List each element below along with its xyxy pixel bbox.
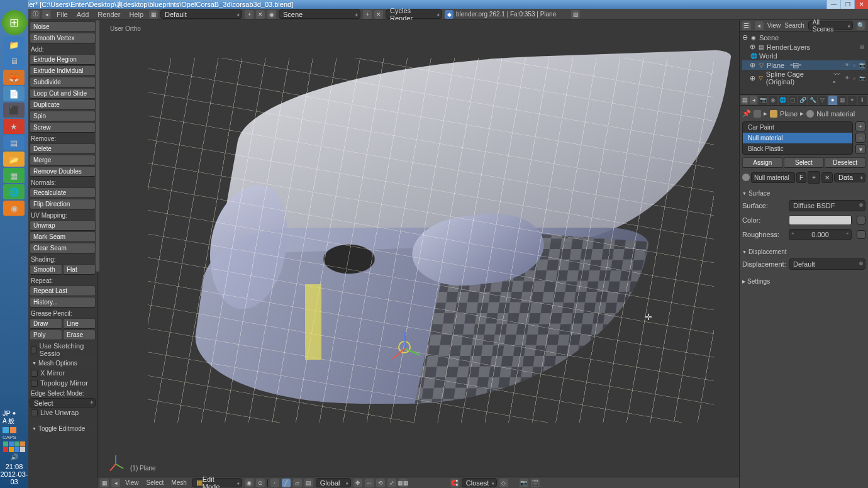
orientation-dropdown[interactable]: Global (316, 478, 351, 487)
tool-shade-smooth[interactable]: Smooth (30, 264, 62, 275)
vp-menu-select[interactable]: Select (144, 479, 167, 486)
limit-selection-icon[interactable]: ▤ (304, 479, 313, 487)
material-remove-button[interactable]: − (855, 133, 865, 143)
roughness-node-button[interactable] (857, 230, 865, 239)
live-unwrap-checkbox[interactable] (31, 409, 38, 416)
shading-mode-icon[interactable]: ◉ (245, 479, 253, 487)
tool-recalculate[interactable]: Recalculate (30, 187, 96, 198)
ime-status[interactable]: JP● (0, 409, 28, 417)
editor-type-icon[interactable]: ▦ (100, 479, 109, 487)
tool-loop-cut[interactable]: Loop Cut and Slide (30, 88, 96, 99)
tool-duplicate[interactable]: Duplicate (30, 99, 96, 110)
tool-mark-seam[interactable]: Mark Seam (30, 231, 96, 242)
layers-icon[interactable]: ▦▦ (399, 479, 408, 487)
edge-select-icon[interactable]: ╱ (282, 479, 291, 487)
tool-spin[interactable]: Spin (30, 111, 96, 121)
material-new-button[interactable]: ＋ (808, 171, 820, 184)
toolshelf-scrollbar[interactable] (96, 20, 99, 272)
material-specials-button[interactable]: ▾ (855, 144, 865, 154)
visibility-toggle-icon[interactable]: 👁 (843, 62, 850, 69)
outliner-collapse-icon[interactable]: ◂ (755, 21, 764, 30)
close-button[interactable]: ✕ (854, 0, 868, 9)
tool-noise[interactable]: Noise (30, 21, 96, 32)
taskbar-app-icon[interactable]: 📄 (3, 86, 25, 101)
scene-delete-icon[interactable]: ✕ (374, 10, 383, 19)
vertex-select-icon[interactable]: ⬝ (270, 479, 279, 487)
tab-render[interactable]: 📷 (759, 96, 767, 105)
minimize-button[interactable]: — (826, 0, 840, 9)
material-slot[interactable]: Null material (743, 133, 852, 143)
gp-poly[interactable]: Poly (30, 330, 62, 340)
panel-surface[interactable]: Surface (742, 189, 865, 198)
hdr-collapse-icon[interactable]: ◂ (111, 479, 120, 487)
menu-render[interactable]: Render (94, 11, 123, 18)
taskbar-app-icon[interactable]: 🖥 (3, 53, 25, 69)
gp-erase[interactable]: Erase (63, 330, 96, 340)
snap-element-icon[interactable]: ◇ (499, 479, 508, 487)
taskbar-app-icon[interactable]: ▦ (3, 168, 25, 183)
material-slot-list[interactable]: Car Paint Null material Black Plastic (742, 121, 853, 155)
material-slot[interactable]: Car Paint (743, 122, 852, 133)
tab-material[interactable]: ● (828, 96, 837, 105)
displacement-dropdown[interactable]: Default (789, 258, 865, 270)
outliner-filter-dropdown[interactable]: All Scenes (808, 21, 853, 30)
manipulator-rotate-icon[interactable]: ⟲ (376, 479, 385, 487)
face-select-icon[interactable]: ▱ (293, 479, 302, 487)
taskbar-app-icon[interactable]: ▤ (3, 135, 25, 150)
mode-dropdown[interactable]: ▦ Edit Mode (192, 478, 242, 487)
tab-object[interactable]: ▢ (789, 96, 798, 105)
tool-clear-seam[interactable]: Clear Seam (30, 243, 96, 253)
tool-shade-flat[interactable]: Flat (63, 264, 96, 275)
snap-target-dropdown[interactable]: Closest (462, 478, 497, 487)
color-field[interactable] (789, 215, 852, 225)
tool-delete[interactable]: Delete (30, 143, 96, 154)
tab-particles[interactable]: ✦ (848, 96, 857, 105)
taskbar-clock[interactable]: 21:08 2012-03-03 (0, 460, 28, 488)
vp-menu-view[interactable]: View (123, 479, 142, 486)
tab-world[interactable]: 🌐 (779, 96, 787, 105)
render-opengl-icon[interactable]: 📷 (520, 479, 528, 487)
tool-smooth-vertex[interactable]: Smooth Vertex (30, 33, 96, 43)
vp-menu-mesh[interactable]: Mesh (169, 479, 189, 486)
tool-repeat-last[interactable]: Repeat Last (30, 286, 96, 296)
panel-settings[interactable]: Settings (742, 277, 865, 286)
outliner-tree[interactable]: ⊖◉Scene ⊕▤RenderLayers▤ 🌐World ⊕▽Plane▫▤… (740, 31, 868, 94)
scene-dropdown[interactable]: Scene (279, 9, 360, 19)
layout-add-icon[interactable]: ＋ (245, 10, 253, 19)
render-anim-icon[interactable]: 🎬 (531, 479, 540, 487)
tool-flip-direction[interactable]: Flip Direction (30, 199, 96, 209)
header-menu-toggle-icon[interactable]: ◂ (42, 10, 51, 19)
panel-toggle-editmode[interactable]: Toggle Editmode (30, 424, 96, 433)
tree-item[interactable]: Plane (767, 62, 784, 69)
material-link-dropdown[interactable]: Data (834, 173, 865, 182)
assign-button[interactable]: Assign (742, 157, 783, 168)
color-node-button[interactable] (857, 216, 865, 225)
panel-displacement[interactable]: Displacement (742, 247, 865, 257)
roughness-field[interactable]: 0.000 (789, 229, 852, 240)
menu-file[interactable]: File (53, 11, 71, 18)
material-unlink-button[interactable]: ✕ (821, 172, 833, 183)
select-button[interactable]: Select (784, 157, 825, 168)
render-toggle-icon[interactable]: 📷 (859, 62, 865, 69)
screen-layout-dropdown[interactable]: Default (160, 9, 242, 19)
tab-constraints[interactable]: 🔗 (798, 96, 807, 105)
taskbar-app-icon[interactable]: ★ (3, 119, 25, 134)
tab-physics[interactable]: ⬇ (858, 96, 867, 105)
tree-item[interactable]: RenderLayers (767, 43, 810, 51)
fake-user-button[interactable]: F (796, 172, 806, 183)
pin-icon[interactable]: 📌 (742, 109, 751, 118)
taskbar-app-icon[interactable]: 📂 (3, 152, 25, 167)
gp-sessions-checkbox[interactable] (31, 347, 36, 353)
scene-add-icon[interactable]: ＋ (363, 10, 372, 19)
tab-texture[interactable]: ▦ (838, 96, 847, 105)
properties-editor-icon[interactable]: ▤ (741, 96, 748, 104)
tool-extrude-region[interactable]: Extrude Region (30, 54, 96, 65)
tool-unwrap[interactable]: Unwrap (30, 220, 96, 231)
topology-mirror-checkbox[interactable] (31, 380, 38, 387)
tab-scene[interactable]: ◉ (769, 96, 777, 105)
info-editor-icon[interactable]: ⓘ (31, 10, 40, 19)
taskbar-app-icon[interactable]: ⬛ (3, 103, 25, 118)
maximize-button[interactable]: ❐ (840, 0, 854, 9)
pivot-icon[interactable]: ⊙ (256, 479, 265, 487)
render-engine-dropdown[interactable]: Cycles Render (386, 9, 442, 19)
